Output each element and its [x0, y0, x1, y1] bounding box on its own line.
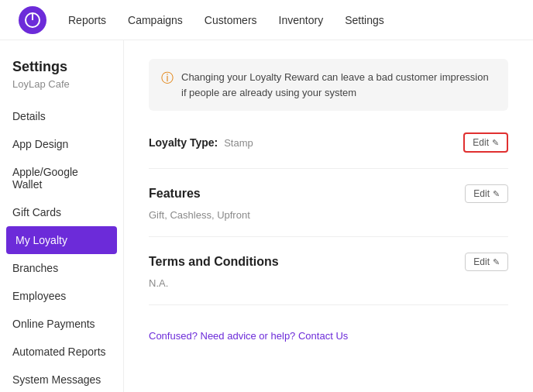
contact-link[interactable]: Confused? Need advice or help? Contact U… — [149, 330, 348, 342]
loyalty-type-section: Loyalty Type: Stamp Edit ✎ — [149, 132, 508, 169]
sidebar-item-apple-google-wallet[interactable]: Apple/Google Wallet — [0, 158, 123, 198]
sidebar-item-online-payments[interactable]: Online Payments — [0, 310, 123, 338]
edit-pencil-icon: ✎ — [493, 257, 500, 267]
warning-banner: ⓘ Changing your Loyalty Reward can leave… — [149, 59, 508, 111]
sidebar-item-automated-reports[interactable]: Automated Reports — [0, 338, 123, 366]
nav-item-reports[interactable]: Reports — [68, 14, 106, 26]
nav-menu: Reports Campaigns Customers Inventory Se… — [68, 14, 384, 26]
sidebar-item-my-loyalty[interactable]: My Loyalty — [6, 226, 117, 254]
nav-item-customers[interactable]: Customers — [205, 14, 257, 26]
sidebar: Settings LoyLap Cafe Details App Design … — [0, 40, 124, 392]
sidebar-item-employees[interactable]: Employees — [0, 282, 123, 310]
nav-item-inventory[interactable]: Inventory — [279, 14, 324, 26]
edit-pencil-icon: ✎ — [493, 189, 500, 199]
loyalty-type-edit-button[interactable]: Edit ✎ — [463, 132, 508, 153]
sidebar-item-system-messages[interactable]: System Messages — [0, 366, 123, 392]
terms-edit-button[interactable]: Edit ✎ — [465, 253, 508, 271]
logo[interactable] — [19, 6, 46, 34]
sidebar-item-branches[interactable]: Branches — [0, 254, 123, 282]
features-section: Features Edit ✎ Gift, Cashless, Upfront — [149, 184, 508, 237]
sidebar-item-details[interactable]: Details — [0, 102, 123, 130]
warning-icon: ⓘ — [161, 70, 174, 87]
edit-pencil-icon: ✎ — [492, 138, 499, 148]
sidebar-item-app-design[interactable]: App Design — [0, 130, 123, 158]
features-title: Features — [149, 187, 201, 201]
features-edit-button[interactable]: Edit ✎ — [465, 184, 508, 203]
features-value: Gift, Cashless, Upfront — [149, 209, 508, 221]
loyalty-type-value: Stamp — [224, 137, 253, 149]
nav-item-settings[interactable]: Settings — [345, 14, 384, 26]
terms-header: Terms and Conditions Edit ✎ — [149, 253, 508, 271]
terms-value: N.A. — [149, 277, 508, 289]
main-content: ⓘ Changing your Loyalty Reward can leave… — [124, 40, 533, 392]
sidebar-item-gift-cards[interactable]: Gift Cards — [0, 198, 123, 226]
loyalty-type-label: Loyalty Type: Stamp — [149, 136, 253, 149]
features-header: Features Edit ✎ — [149, 184, 508, 203]
nav-item-campaigns[interactable]: Campaigns — [128, 14, 183, 26]
terms-title: Terms and Conditions — [149, 255, 279, 269]
warning-text: Changing your Loyalty Reward can leave a… — [181, 70, 496, 100]
terms-section: Terms and Conditions Edit ✎ N.A. — [149, 253, 508, 305]
page-layout: Settings LoyLap Cafe Details App Design … — [0, 40, 533, 392]
cafe-name: LoyLap Cafe — [0, 78, 123, 102]
settings-title: Settings — [0, 59, 123, 78]
top-navigation: Reports Campaigns Customers Inventory Se… — [0, 0, 533, 40]
